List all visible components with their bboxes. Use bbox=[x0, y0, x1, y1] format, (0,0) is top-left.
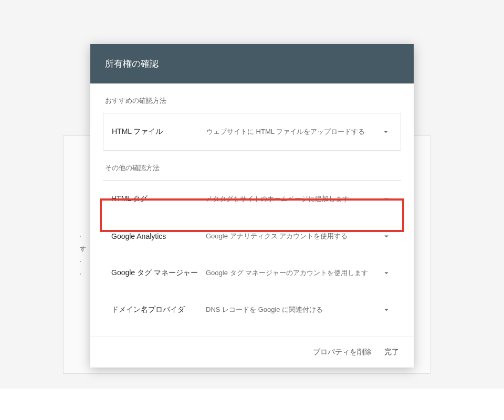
method-row-domain-provider[interactable]: ドメイン名プロバイダ DNS レコードを Google に関連付ける bbox=[103, 291, 401, 328]
dialog-footer: プロパティを削除 完了 bbox=[90, 337, 414, 368]
recommended-method-card: HTML ファイル ウェブサイトに HTML ファイルをアップロードする bbox=[103, 113, 401, 151]
method-desc: Google アナリティクス アカウントを使用する bbox=[206, 231, 380, 242]
method-desc: メタタグをサイトのホームページに追加します bbox=[206, 194, 380, 204]
method-title: HTML ファイル bbox=[112, 127, 206, 136]
ownership-verify-dialog: 所有権の確認 おすすめの確認方法 HTML ファイル ウェブサイトに HTML … bbox=[90, 44, 414, 368]
method-desc: Google タグ マネージャーのアカウントを使用します bbox=[206, 268, 380, 278]
chevron-down-icon bbox=[380, 268, 393, 278]
method-title: HTML タグ bbox=[111, 194, 206, 204]
method-title: Google Analytics bbox=[111, 232, 206, 240]
method-title: Google タグ マネージャー bbox=[111, 268, 206, 278]
dialog-body: おすすめの確認方法 HTML ファイル ウェブサイトに HTML ファイルをアッ… bbox=[90, 83, 414, 337]
chevron-down-icon bbox=[380, 232, 393, 241]
dialog-title: 所有権の確認 bbox=[90, 44, 414, 83]
method-desc: ウェブサイトに HTML ファイルをアップロードする bbox=[206, 127, 380, 137]
chevron-down-icon bbox=[380, 127, 392, 136]
method-row-google-analytics[interactable]: Google Analytics Google アナリティクス アカウントを使用… bbox=[103, 217, 401, 254]
done-button[interactable]: 完了 bbox=[384, 348, 399, 357]
method-row-google-tag-manager[interactable]: Google タグ マネージャー Google タグ マネージャーのアカウントを… bbox=[103, 254, 401, 291]
method-row-html-tag[interactable]: HTML タグ メタタグをサイトのホームページに追加します bbox=[103, 181, 401, 217]
chevron-down-icon bbox=[380, 305, 393, 314]
method-desc: DNS レコードを Google に関連付ける bbox=[206, 304, 380, 315]
recommended-section-label: おすすめの確認方法 bbox=[105, 96, 399, 106]
method-title: ドメイン名プロバイダ bbox=[111, 305, 206, 314]
other-methods-list: HTML タグ メタタグをサイトのホームページに追加します Google Ana… bbox=[103, 180, 401, 328]
method-row-html-file[interactable]: HTML ファイル ウェブサイトに HTML ファイルをアップロードする bbox=[103, 113, 401, 150]
delete-property-button[interactable]: プロパティを削除 bbox=[313, 348, 372, 357]
other-section-label: その他の確認方法 bbox=[105, 163, 399, 173]
page-background: ● す ● ● 所有権の確認 おすすめの確認方法 HTML ファイル ウェブサイ… bbox=[0, 0, 504, 388]
chevron-down-icon bbox=[380, 194, 393, 204]
background-bullets: ● す ● ● bbox=[80, 230, 86, 280]
